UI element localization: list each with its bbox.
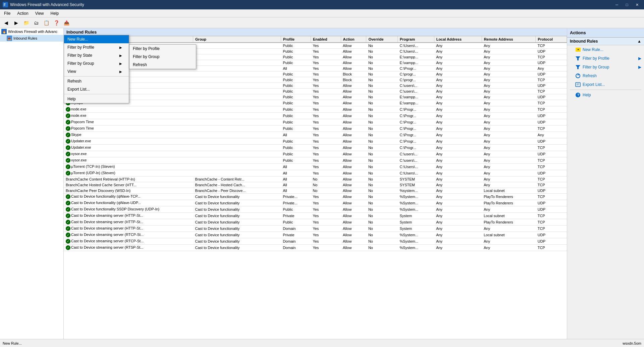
- cell-local-addr: Any: [434, 49, 482, 54]
- table-row[interactable]: ✓μTorrent (UDP-In) (Steven)AllYesAllowNo…: [64, 170, 567, 177]
- table-row[interactable]: Apache HTTP ServerPublicYesAllowNoE:\xam…: [64, 54, 567, 60]
- menu-view[interactable]: View: [33, 10, 47, 16]
- col-protocol[interactable]: Protocol: [536, 36, 567, 43]
- cell-enabled: Yes: [311, 77, 341, 83]
- cell-group: [193, 113, 281, 119]
- table-row[interactable]: ✓Cast to Device streaming server (HTTP-S…: [64, 213, 567, 219]
- cell-enabled: Yes: [311, 89, 341, 94]
- cell-program: %System...: [398, 245, 434, 251]
- title-bar: F Windows Firewall with Advanced Securit…: [0, 0, 644, 9]
- table-row[interactable]: ✓Updater.exePublicYesAllowNoC:\Progr...A…: [64, 138, 567, 145]
- cell-protocol: TCP: [536, 177, 567, 182]
- cell-remote-addr: Any: [482, 119, 536, 126]
- action-export[interactable]: Export List...: [567, 80, 644, 89]
- table-row[interactable]: ✓Cast to Device streaming server (HTTP-S…: [64, 219, 567, 226]
- ctx-export[interactable]: Export List...: [64, 85, 129, 93]
- menu-action[interactable]: Action: [14, 10, 31, 16]
- col-action[interactable]: Action: [341, 36, 366, 43]
- table-row[interactable]: ✓Updater.exePublicYesAllowNoC:\Progr...A…: [64, 145, 567, 151]
- ctx-filter-state[interactable]: Filter by State ▶: [64, 51, 129, 59]
- table-row[interactable]: ✓vysor.exePublicYesAllowNoC:\users\...An…: [64, 157, 567, 164]
- cell-local-addr: Any: [434, 100, 482, 106]
- cell-program: %System...: [398, 200, 434, 206]
- action-new-rule[interactable]: ✦ New Rule...: [567, 45, 644, 54]
- table-row[interactable]: ✓Cast to Device functionality (qWave-UDP…: [64, 200, 567, 206]
- table-row[interactable]: ✓Cast to Device functionality SSDP Disco…: [64, 206, 567, 213]
- table-row[interactable]: ✓Cast to Device streaming server (RTCP-S…: [64, 232, 567, 238]
- table-row[interactable]: FileZilla FTP ClientPublicYesBlockNoC:\p…: [64, 71, 567, 77]
- table-row[interactable]: ✓node.exePublicYesAllowNoC:\Progr...AnyA…: [64, 106, 567, 113]
- ctx-refresh[interactable]: Refresh: [64, 77, 129, 85]
- menu-file[interactable]: File: [1, 10, 13, 16]
- table-row[interactable]: BranchCache Content Retrieval (HTTP-In)B…: [64, 177, 567, 182]
- action-help[interactable]: ? Help: [567, 91, 644, 99]
- action-filter-profile[interactable]: Filter by Profile ▶: [567, 54, 644, 63]
- action-filter-group[interactable]: Filter by Group ▶: [567, 63, 644, 71]
- table-row[interactable]: ✓mysqldPublicYesAllowNoE:\xampp...AnyAny…: [64, 100, 567, 106]
- col-program[interactable]: Program: [398, 36, 434, 43]
- col-enabled[interactable]: Enabled: [311, 36, 341, 43]
- table-row[interactable]: ✓Cast to Device streaming server (RTSP-S…: [64, 245, 567, 251]
- ctx-new-rule[interactable]: New Rule...: [64, 35, 129, 43]
- toolbar-export[interactable]: 📤: [62, 18, 71, 27]
- table-row[interactable]: ✓Cast to Device streaming server (RTCP-S…: [64, 238, 567, 245]
- menu-help[interactable]: Help: [48, 10, 62, 16]
- close-button[interactable]: ✕: [633, 1, 641, 8]
- rules-table[interactable]: Name ▲ Group Profile Enabled Action Over…: [64, 36, 567, 339]
- table-row[interactable]: ✓SkypeAllYesAllowNoC:\Progr...AnyAnyAny: [64, 132, 567, 138]
- toolbar-properties[interactable]: 📋: [42, 18, 51, 27]
- toolbar-up[interactable]: 📁: [21, 18, 31, 27]
- table-row[interactable]: Apache HTTP ServerPublicYesAllowNoE:\xam…: [64, 60, 567, 66]
- col-group[interactable]: Group: [193, 36, 281, 43]
- menu-bar: File Action View Help: [0, 9, 644, 17]
- col-remote-addr[interactable]: Remote Address: [482, 36, 536, 43]
- toolbar-show-hide[interactable]: 🗂: [32, 18, 41, 27]
- cell-override: No: [366, 194, 398, 200]
- cell-profile: Public: [281, 83, 311, 89]
- cell-profile: Public: [281, 94, 311, 100]
- toolbar-back[interactable]: ◀: [1, 18, 11, 27]
- cell-protocol: UDP: [536, 170, 567, 177]
- cell-action: Allow: [341, 194, 366, 200]
- table-row[interactable]: Chrome Remote Desktop HostAllYesAllowNoC…: [64, 66, 567, 71]
- tree-item-root[interactable]: 🔥 Windows Firewall with Advanc: [0, 28, 63, 35]
- table-row[interactable]: kmss.exePublicYesAllowNoC:\users\...AnyA…: [64, 89, 567, 94]
- table-row[interactable]: ✓Popcorn TimePublicYesAllowNoC:\Progr...…: [64, 119, 567, 126]
- table-row[interactable]: kmss.exePublicYesAllowNoC:\users\...AnyA…: [64, 83, 567, 89]
- cell-profile: All: [281, 66, 311, 71]
- tree-item-inbound[interactable]: 📥 Inbound Rules: [0, 35, 63, 42]
- ctx-filter-profile[interactable]: Filter by Profile ▶: [64, 43, 129, 51]
- table-row[interactable]: ✓Popcorn TimePublicYesAllowNoC:\Progr...…: [64, 126, 567, 132]
- col-override[interactable]: Override: [366, 36, 398, 43]
- table-row[interactable]: mysqldPublicYesAllowNoE:\xampp...AnyAnyU…: [64, 94, 567, 100]
- table-row[interactable]: BranchCache Hosted Cache Server (HTT...B…: [64, 182, 567, 188]
- table-row[interactable]: μTorrent (Steven)PublicYesAllowNoC:\User…: [64, 49, 567, 54]
- context-menu[interactable]: New Rule... Filter by Profile ▶ Filter b…: [64, 35, 129, 103]
- cell-remote-addr: Any: [482, 245, 536, 251]
- cell-protocol: UDP: [536, 71, 567, 77]
- ctx-view[interactable]: View ▶: [64, 67, 129, 76]
- table-row[interactable]: ✓Cast to Device streaming server (HTTP-S…: [64, 226, 567, 232]
- cell-enabled: Yes: [311, 219, 341, 226]
- col-profile[interactable]: Profile: [281, 36, 311, 43]
- maximize-button[interactable]: □: [623, 1, 631, 8]
- table-row[interactable]: ✓μTorrent (TCP-In) (Steven)AllYesAllowNo…: [64, 164, 567, 170]
- cell-group: [193, 77, 281, 83]
- action-refresh[interactable]: Refresh: [567, 71, 644, 80]
- cell-enabled: Yes: [311, 170, 341, 177]
- ctx-help[interactable]: Help: [64, 95, 129, 103]
- ctx-filter-group[interactable]: Filter by Group ▶: [64, 59, 129, 67]
- table-row[interactable]: FileZilla FTP ClientPublicYesBlockNoC:\p…: [64, 77, 567, 83]
- table-row[interactable]: BranchCache Peer Discovery (WSD-In)Branc…: [64, 188, 567, 194]
- toolbar-forward[interactable]: ▶: [11, 18, 21, 27]
- minimize-button[interactable]: ─: [612, 1, 621, 8]
- table-row[interactable]: ✓Cast to Device functionality (qWave-TCP…: [64, 194, 567, 200]
- cell-local-addr: Any: [434, 194, 482, 200]
- col-local-addr[interactable]: Local Address: [434, 36, 482, 43]
- table-row[interactable]: ✓vysor.exePublicYesAllowNoC:\users\...An…: [64, 151, 567, 157]
- table-row[interactable]: ✓node.exePublicYesAllowNoC:\Progr...AnyA…: [64, 113, 567, 119]
- toolbar-help[interactable]: ❓: [52, 18, 61, 27]
- cell-override: No: [366, 177, 398, 182]
- cell-profile: Public: [281, 138, 311, 145]
- table-row[interactable]: μTorrent (Steven)PublicYesAllowNoC:\User…: [64, 43, 567, 49]
